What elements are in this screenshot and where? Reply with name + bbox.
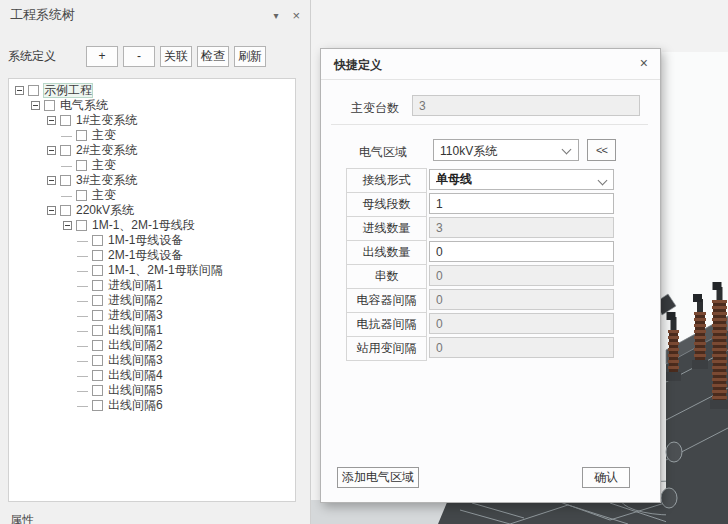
checkbox[interactable] bbox=[44, 100, 55, 111]
toolbar-button[interactable]: 检查 bbox=[197, 46, 229, 67]
tree-node[interactable]: 2#主变系统 bbox=[9, 143, 295, 158]
row-input[interactable] bbox=[429, 169, 614, 190]
tree-node[interactable]: 示例工程 bbox=[9, 83, 295, 98]
checkbox[interactable] bbox=[76, 220, 87, 231]
tree-node[interactable]: 电气系统 bbox=[9, 98, 295, 113]
tree-node-label: 进线间隔1 bbox=[108, 279, 163, 292]
expander-icon[interactable] bbox=[47, 146, 56, 155]
tree-node[interactable]: 出线间隔3 bbox=[9, 353, 295, 368]
quick-define-form: 接线形式 母线段数 进线数量 bbox=[346, 168, 614, 360]
checkbox[interactable] bbox=[92, 280, 103, 291]
tree-node[interactable]: 出线间隔1 bbox=[9, 323, 295, 338]
expander-icon[interactable] bbox=[47, 176, 56, 185]
expander-icon[interactable] bbox=[79, 341, 88, 350]
tree-node[interactable]: 进线间隔2 bbox=[9, 293, 295, 308]
tree-node-label: 主变 bbox=[92, 129, 116, 142]
checkbox[interactable] bbox=[92, 235, 103, 246]
tree-node[interactable]: 1#主变系统 bbox=[9, 113, 295, 128]
expander-icon[interactable] bbox=[79, 326, 88, 335]
checkbox[interactable] bbox=[92, 295, 103, 306]
expander-icon[interactable] bbox=[79, 281, 88, 290]
expander-icon[interactable] bbox=[63, 161, 72, 170]
tree-node[interactable]: 出线间隔2 bbox=[9, 338, 295, 353]
checkbox[interactable] bbox=[92, 370, 103, 381]
tree-node-label: 出线间隔5 bbox=[108, 384, 163, 397]
tree-node-label: 示例工程 bbox=[44, 84, 92, 97]
expander-icon[interactable] bbox=[79, 296, 88, 305]
expander-icon[interactable] bbox=[15, 86, 24, 95]
tree-node[interactable]: 进线间隔1 bbox=[9, 278, 295, 293]
expander-icon[interactable] bbox=[79, 236, 88, 245]
checkbox[interactable] bbox=[76, 160, 87, 171]
row-label: 接线形式 bbox=[346, 168, 427, 193]
expander-icon[interactable] bbox=[79, 311, 88, 320]
panel-collapse-icon[interactable]: ▾ bbox=[273, 10, 278, 21]
expander-icon[interactable] bbox=[31, 101, 40, 110]
row-field bbox=[429, 169, 614, 190]
expander-icon[interactable] bbox=[79, 356, 88, 365]
tree-node[interactable]: 进线间隔3 bbox=[9, 308, 295, 323]
expander-icon[interactable] bbox=[79, 266, 88, 275]
checkbox[interactable] bbox=[92, 385, 103, 396]
checkbox[interactable] bbox=[76, 130, 87, 141]
tree-node[interactable]: 主变 bbox=[9, 188, 295, 203]
checkbox[interactable] bbox=[92, 310, 103, 321]
checkbox[interactable] bbox=[60, 115, 71, 126]
tree-node[interactable]: 1M-1母线设备 bbox=[9, 233, 295, 248]
panel-close-icon[interactable]: × bbox=[292, 8, 300, 23]
tree-node[interactable]: 出线间隔5 bbox=[9, 383, 295, 398]
row-input bbox=[429, 265, 614, 286]
tree-node[interactable]: 2M-1母线设备 bbox=[9, 248, 295, 263]
expander-icon[interactable] bbox=[79, 251, 88, 260]
expander-icon[interactable] bbox=[79, 401, 88, 410]
checkbox[interactable] bbox=[60, 205, 71, 216]
system-define-label: 系统定义 bbox=[8, 48, 86, 65]
row-input[interactable] bbox=[429, 193, 614, 214]
tree-node[interactable]: 出线间隔4 bbox=[9, 368, 295, 383]
tree-node-label: 220kV系统 bbox=[76, 204, 134, 217]
panel-header: 工程系统树 ▾ × bbox=[0, 0, 310, 30]
expander-icon[interactable] bbox=[63, 221, 72, 230]
checkbox[interactable] bbox=[28, 85, 39, 96]
expander-icon[interactable] bbox=[63, 131, 72, 140]
expander-icon[interactable] bbox=[63, 191, 72, 200]
close-icon[interactable]: × bbox=[640, 55, 648, 71]
tree-node[interactable]: 出线间隔6 bbox=[9, 398, 295, 413]
checkbox[interactable] bbox=[92, 325, 103, 336]
expander-icon[interactable] bbox=[79, 371, 88, 380]
tree-node[interactable]: 3#主变系统 bbox=[9, 173, 295, 188]
tree-node[interactable]: 主变 bbox=[9, 128, 295, 143]
collapse-options-button[interactable]: << bbox=[587, 139, 616, 161]
expander-icon[interactable] bbox=[79, 386, 88, 395]
toolbar-button[interactable]: + bbox=[86, 46, 118, 67]
expander-icon[interactable] bbox=[47, 116, 56, 125]
tree-node-label: 出线间隔6 bbox=[108, 399, 163, 412]
checkbox[interactable] bbox=[92, 250, 103, 261]
tree-node[interactable]: 220kV系统 bbox=[9, 203, 295, 218]
quick-define-dialog: 快捷定义 × 主变台数 电气区域 110kV系统 << 接线形式 母线段数 bbox=[320, 48, 661, 503]
confirm-button[interactable]: 确认 bbox=[582, 467, 630, 488]
add-region-button[interactable]: 添加电气区域 bbox=[337, 467, 419, 488]
checkbox[interactable] bbox=[60, 175, 71, 186]
tree-node-label: 2M-1母线设备 bbox=[108, 249, 183, 262]
checkbox[interactable] bbox=[92, 265, 103, 276]
tree-node[interactable]: 主变 bbox=[9, 158, 295, 173]
tree-node[interactable]: 1M-1、2M-1母联间隔 bbox=[9, 263, 295, 278]
toolbar-button[interactable]: 关联 bbox=[160, 46, 192, 67]
checkbox[interactable] bbox=[60, 145, 71, 156]
row-input[interactable] bbox=[429, 241, 614, 262]
toolbar-button[interactable]: 刷新 bbox=[234, 46, 266, 67]
tree-node[interactable]: 1M-1、2M-1母线段 bbox=[9, 218, 295, 233]
properties-tab[interactable]: 属性 bbox=[10, 512, 34, 524]
checkbox[interactable] bbox=[92, 400, 103, 411]
model-cylinder bbox=[666, 442, 682, 462]
tree-node-label: 主变 bbox=[92, 159, 116, 172]
checkbox[interactable] bbox=[76, 190, 87, 201]
checkbox[interactable] bbox=[92, 340, 103, 351]
toolbar-button[interactable]: - bbox=[123, 46, 155, 67]
checkbox[interactable] bbox=[92, 355, 103, 366]
expander-icon[interactable] bbox=[47, 206, 56, 215]
region-combobox[interactable]: 110kV系统 bbox=[433, 139, 579, 161]
divider bbox=[331, 124, 648, 125]
tree-node-label: 1M-1、2M-1母联间隔 bbox=[108, 264, 223, 277]
